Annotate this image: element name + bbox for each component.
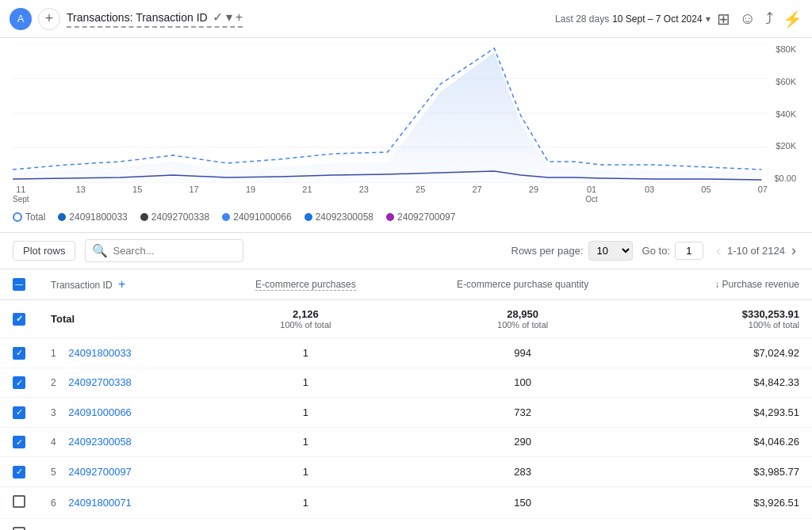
row-checkbox-2[interactable] — [13, 376, 25, 389]
th-purchases[interactable]: E-commerce purchases — [209, 269, 403, 300]
pagination: ‹ 1-10 of 2124 › — [713, 241, 799, 261]
row-purchases-cell: 1 — [209, 457, 403, 487]
th-revenue-label: ↓ Purchase revenue — [714, 279, 799, 290]
th-transaction-id: Transaction ID + — [38, 269, 209, 300]
add-tab-button[interactable]: + — [38, 8, 60, 30]
row-quantity-cell: 150 — [402, 486, 643, 518]
table-container: Transaction ID + E-commerce purchases E-… — [0, 269, 812, 530]
legend-24091800033[interactable]: 24091800033 — [58, 212, 127, 223]
row-revenue-cell: $4,046.26 — [643, 427, 812, 457]
th-quantity-label: E-commerce purchase quantity — [457, 279, 588, 290]
legend-dot-2 — [140, 213, 148, 221]
chart-legend: Total 24091800033 24092700338 2409100006… — [13, 207, 799, 229]
th-transaction-id-label: Transaction ID — [51, 280, 113, 291]
rows-per-page-control: Rows per page: 10 25 50 100 — [511, 241, 633, 261]
row-purchases-cell: 1 — [209, 338, 403, 368]
row-num-cell: 7 24091700020 — [38, 518, 209, 530]
x-label-3: 15 — [132, 185, 142, 204]
row-num: 6 — [51, 498, 56, 509]
row-num-cell: 6 24091800071 — [38, 486, 209, 518]
row-checkbox-cell — [0, 368, 38, 398]
plot-rows-button[interactable]: Plot rows — [13, 241, 75, 261]
select-all-checkbox[interactable] — [13, 278, 25, 291]
smiley-icon[interactable]: ☺ — [740, 10, 756, 28]
row-checkbox-5[interactable] — [13, 466, 25, 479]
toolbar: Plot rows 🔍 Rows per page: 10 25 50 100 … — [0, 233, 812, 269]
select-all-header[interactable] — [0, 269, 38, 300]
legend-dot-4 — [304, 213, 312, 221]
pagination-info: 1-10 of 2124 — [727, 245, 785, 257]
y-label-80k: $80K — [774, 44, 796, 54]
x-label-6: 21 — [302, 185, 312, 204]
goto-control: Go to: — [642, 242, 703, 260]
y-label-60k: $60K — [774, 77, 796, 86]
date-range-value: 10 Sept – 7 Oct 2024 — [612, 13, 702, 25]
chevron-down-icon[interactable]: ▾ — [226, 10, 232, 25]
chart-wrapper: $80K $60K $40K $20K $0.00 — [13, 44, 799, 183]
row-num: 1 — [51, 348, 56, 359]
prev-page-button[interactable]: ‹ — [713, 241, 724, 261]
y-axis-labels: $80K $60K $40K $20K $0.00 — [774, 44, 799, 183]
row-quantity-cell: 732 — [402, 398, 643, 428]
total-checkbox-cell — [0, 300, 38, 338]
total-row: Total 2,126100% of total 28,950100% of t… — [0, 300, 812, 338]
th-quantity: E-commerce purchase quantity — [402, 269, 643, 300]
add-tab-icon[interactable]: + — [236, 10, 243, 25]
row-checkbox-6[interactable] — [13, 495, 25, 508]
row-purchases-cell: 1 — [209, 486, 403, 518]
row-revenue-cell: $7,024.92 — [643, 338, 812, 368]
row-transaction-id[interactable]: 24091800071 — [68, 497, 132, 509]
legend-dot-total — [13, 212, 22, 222]
legend-24092700097[interactable]: 24092700097 — [386, 212, 455, 223]
x-label-10: 29 — [529, 185, 538, 204]
table-row: 6 24091800071 1 150 $3,926.51 — [0, 486, 812, 518]
legend-24092300058[interactable]: 24092300058 — [304, 212, 373, 223]
row-checkbox-cell — [0, 486, 38, 518]
add-column-button[interactable]: + — [118, 277, 125, 291]
row-revenue-cell: $3,620.08 — [643, 518, 812, 530]
th-revenue[interactable]: ↓ Purchase revenue — [643, 269, 812, 300]
chevron-down-icon: ▾ — [706, 13, 710, 25]
legend-24091000066[interactable]: 24091000066 — [222, 212, 291, 223]
row-quantity-cell: 60 — [402, 518, 643, 530]
row-quantity-cell: 994 — [402, 338, 643, 368]
row-transaction-id[interactable]: 24092700338 — [68, 376, 132, 388]
y-label-0: $0.00 — [774, 173, 796, 183]
analytics-icon[interactable]: ⚡ — [783, 10, 802, 29]
legend-label-total: Total — [25, 212, 45, 223]
row-transaction-id[interactable]: 24091800033 — [68, 347, 132, 359]
table-row: 3 24091000066 1 732 $4,293.51 — [0, 398, 812, 428]
table-header-row: Transaction ID + E-commerce purchases E-… — [0, 269, 812, 300]
search-input[interactable] — [113, 245, 224, 257]
row-transaction-id[interactable]: 24092300058 — [68, 436, 132, 448]
data-table: Transaction ID + E-commerce purchases E-… — [0, 269, 812, 530]
grid-icon[interactable]: ⊞ — [717, 10, 730, 29]
share-icon[interactable]: ⤴ — [765, 10, 773, 28]
row-checkbox-4[interactable] — [13, 436, 25, 448]
rows-per-page-select[interactable]: 10 25 50 100 — [588, 241, 633, 261]
row-transaction-id[interactable]: 24091000066 — [68, 406, 132, 418]
row-checkbox-7[interactable] — [13, 527, 25, 531]
top-bar: A + Transactions: Transaction ID ✓ ▾ + L… — [0, 0, 812, 38]
x-label-8: 25 — [416, 185, 425, 204]
x-label-1: 11Sept — [13, 185, 29, 204]
legend-total[interactable]: Total — [13, 212, 45, 223]
next-page-button[interactable]: › — [788, 241, 799, 261]
legend-24092700338[interactable]: 24092700338 — [140, 212, 209, 223]
row-revenue-cell: $3,926.51 — [643, 486, 812, 518]
date-range-selector[interactable]: Last 28 days 10 Sept – 7 Oct 2024 ▾ — [555, 13, 710, 25]
x-label-2: 13 — [76, 185, 86, 204]
row-checkbox-cell — [0, 457, 38, 487]
row-checkbox-cell — [0, 398, 38, 428]
row-checkbox-1[interactable] — [13, 347, 25, 360]
row-revenue-cell: $3,985.77 — [643, 457, 812, 487]
goto-input[interactable] — [675, 242, 703, 260]
check-circle-icon: ✓ — [213, 10, 223, 25]
total-label-cell: Total — [38, 300, 209, 338]
row-transaction-id[interactable]: 24092700097 — [68, 466, 132, 478]
row-num-cell: 3 24091000066 — [38, 398, 209, 428]
row-quantity-cell: 100 — [402, 368, 643, 398]
total-checkbox[interactable] — [13, 313, 25, 326]
x-label-4: 17 — [190, 185, 199, 204]
row-checkbox-3[interactable] — [13, 406, 25, 419]
